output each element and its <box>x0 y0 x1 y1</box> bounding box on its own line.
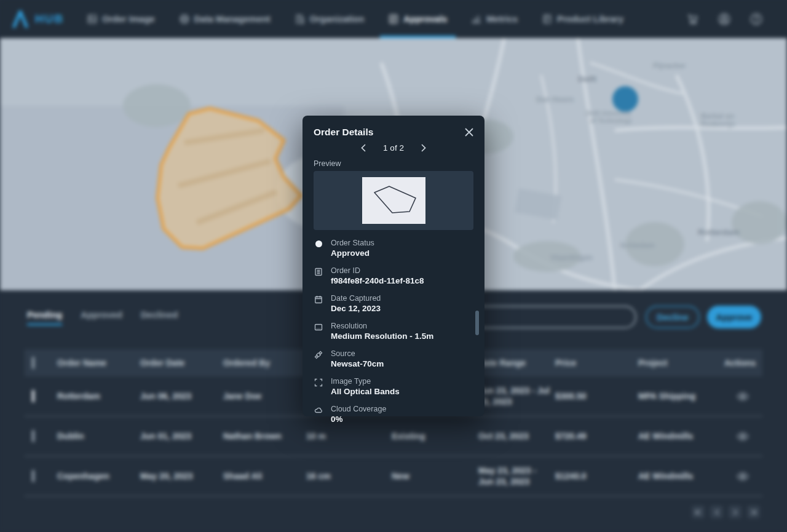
previous-page-button[interactable] <box>710 506 723 518</box>
calendar-icon <box>314 295 323 313</box>
field-label: Source <box>331 349 384 358</box>
field-label: Cloud Coverage <box>331 405 386 413</box>
cell-order-name: Rotterdam <box>57 391 140 401</box>
table-pagination <box>692 506 760 518</box>
field-label: Order Status <box>331 239 374 247</box>
cell-ordered-by: Shaad Ali <box>223 471 306 481</box>
nav-item-metrics[interactable]: Metrics <box>472 0 518 38</box>
col-order-name: Order Name <box>57 358 140 368</box>
field-value: All Optical Bands <box>331 387 400 396</box>
map-label-university-2: of Technology <box>590 117 632 124</box>
brand-name: HUB <box>35 12 64 26</box>
aoi-preview-thumbnail[interactable] <box>362 177 425 224</box>
globe-icon <box>180 14 189 24</box>
pager-position: 1 of 2 <box>383 143 404 153</box>
cell-resolution: 10 m <box>306 431 392 441</box>
col-ordered-by: Ordered By <box>223 358 306 368</box>
map-label-vlaardingen: Vlaardingen <box>550 253 593 262</box>
nav-item-label: Organization <box>310 14 365 24</box>
col-order-date: Order Date <box>140 358 223 368</box>
view-order-button[interactable] <box>737 392 762 400</box>
nav-item-product-library[interactable]: Product Library <box>542 0 623 38</box>
previous-order-button[interactable] <box>361 144 366 152</box>
cell-order-date: May 20, 2023 <box>140 471 223 481</box>
first-page-button[interactable] <box>692 506 705 518</box>
cell-project: MPA Shipping <box>638 391 724 401</box>
view-order-button[interactable] <box>737 472 762 480</box>
chart-icon <box>472 14 481 24</box>
top-nav: HUB Order Image Data Management <box>0 0 787 38</box>
field-value: Approved <box>331 248 374 258</box>
col-project: Project <box>638 358 724 368</box>
cell-ordered-by: Jane Doe <box>223 391 306 401</box>
field-label: Resolution <box>331 322 433 330</box>
status-tabs: Pending Approved Declined <box>27 310 178 320</box>
cart-icon[interactable] <box>687 14 698 25</box>
row-checkbox[interactable] <box>32 430 34 442</box>
map-label-den-hoorn: Den Hoorn <box>536 95 574 104</box>
order-pager: 1 of 2 <box>314 143 473 153</box>
nav-item-data-management[interactable]: Data Management <box>180 0 271 38</box>
nav-item-organization[interactable]: Organization <box>295 0 365 38</box>
preview-label: Preview <box>314 159 473 168</box>
tab-approved[interactable]: Approved <box>81 310 122 320</box>
cell-date-range: May 23, 2023 - Jun 23, 2023 <box>478 465 555 487</box>
row-checkbox[interactable] <box>32 390 34 402</box>
library-icon <box>542 14 552 24</box>
cell-order-name: Copenhagen <box>57 471 140 481</box>
close-icon[interactable] <box>465 128 473 137</box>
aoi-polygon-icon <box>362 177 425 224</box>
next-page-button[interactable] <box>729 506 742 518</box>
approve-button[interactable]: Approve <box>707 306 761 328</box>
map-point-marker[interactable] <box>612 86 638 112</box>
cell-price: $300.50 <box>555 391 638 401</box>
cell-order-date: Jun 06, 2023 <box>140 391 223 401</box>
modal-scrollbar-thumb[interactable] <box>475 311 479 335</box>
nav-item-label: Data Management <box>194 14 271 24</box>
cell-order-date: Jun 01, 2023 <box>140 431 223 441</box>
next-order-button[interactable] <box>421 144 426 152</box>
field-source: Source Newsat-70cm <box>314 345 473 373</box>
map-label-rotterdam: Rotterdam <box>698 228 740 237</box>
nav-item-approvals[interactable]: Approvals <box>389 0 447 38</box>
order-details-modal: Order Details 1 of 2 Preview <box>303 116 484 416</box>
row-checkbox[interactable] <box>32 470 34 482</box>
map-label-university-1: Delft University <box>586 110 631 117</box>
select-all-checkbox[interactable] <box>32 357 34 369</box>
table-row[interactable]: Copenhagen May 20, 2023 Shaad Ali 16 cm … <box>25 456 762 496</box>
brand-logo[interactable]: HUB <box>11 10 64 28</box>
cell-project: AE Windmills <box>638 471 724 481</box>
user-account-icon[interactable] <box>718 13 730 25</box>
field-order-status: Order Status Approved <box>314 234 473 262</box>
nav-item-label: Approvals <box>403 14 447 24</box>
field-order-id: Order ID f984fe8f-240d-11ef-81c8 <box>314 262 473 290</box>
nav-item-order-image[interactable]: Order Image <box>87 0 154 38</box>
map-label-pijnacker: Pijnacker <box>653 62 686 70</box>
tab-pending[interactable]: Pending <box>27 310 62 320</box>
cell-resolution: 16 cm <box>306 471 392 481</box>
status-dot-icon <box>314 240 323 258</box>
field-date-captured: Date Captured Dec 12, 2023 <box>314 290 473 317</box>
field-label: Date Captured <box>331 294 381 303</box>
field-label: Image Type <box>331 377 400 386</box>
nav-item-label: Metrics <box>486 14 518 24</box>
field-cloud-coverage: Cloud Coverage 0% <box>314 400 473 428</box>
last-page-button[interactable] <box>747 506 760 518</box>
cloud-icon <box>314 406 323 424</box>
modal-title: Order Details <box>314 127 373 138</box>
tab-declined[interactable]: Declined <box>141 310 178 320</box>
eye-icon <box>737 472 749 480</box>
cell-price: $1240.0 <box>555 471 638 481</box>
cell-date-range: Oct 23, 2023 <box>478 431 555 442</box>
view-order-button[interactable] <box>737 432 762 440</box>
help-icon[interactable] <box>750 13 762 25</box>
nav-items: Order Image Data Management Organization <box>87 0 623 38</box>
order-fields: Order Status Approved Order ID f984fe8f-… <box>314 234 473 428</box>
field-value: 0% <box>331 415 386 424</box>
preview-panel <box>314 171 473 230</box>
decline-button[interactable]: Decline <box>646 306 700 328</box>
field-value: Dec 12, 2023 <box>331 304 381 313</box>
image-icon <box>87 14 97 24</box>
cell-price: $720.49 <box>555 431 638 441</box>
map-label-schiedam: Schiedam <box>620 241 655 250</box>
